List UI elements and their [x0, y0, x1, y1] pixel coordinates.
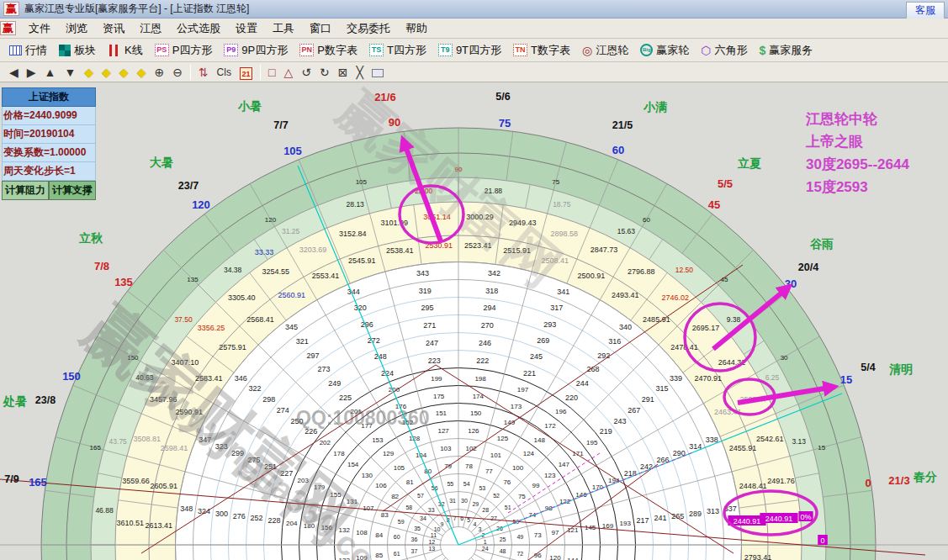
svg-text:2746.02: 2746.02	[662, 293, 690, 302]
toolbar-button-grid-0[interactable]: 行情	[3, 40, 53, 61]
svg-text:春分: 春分	[913, 470, 937, 483]
svg-text:120: 120	[265, 216, 277, 224]
delete-box-button[interactable]: ⊠	[334, 63, 352, 82]
toolbar-button-dollar-12[interactable]: $赢家服务	[753, 40, 818, 61]
svg-text:2545.91: 2545.91	[348, 256, 376, 265]
nav-right-button[interactable]: ▶	[23, 63, 40, 82]
menu-item-0[interactable]: 文件	[21, 19, 58, 38]
svg-text:12: 12	[428, 539, 435, 545]
menu-item-1[interactable]: 浏览	[58, 19, 95, 38]
menu-item-6[interactable]: 工具	[265, 19, 302, 38]
toolbar-button-candles-2[interactable]: K线	[102, 40, 149, 61]
svg-text:149: 149	[504, 419, 516, 426]
svg-text:2542.61: 2542.61	[756, 435, 784, 443]
svg-text:73: 73	[534, 531, 542, 539]
menu-item-2[interactable]: 资讯	[95, 19, 132, 38]
step-up-button[interactable]: ◆	[115, 63, 133, 82]
svg-text:269: 269	[537, 336, 549, 345]
svg-text:313: 313	[707, 507, 719, 515]
calc-support-button[interactable]: 计算支撑	[49, 181, 96, 200]
draw-triangle-button[interactable]: △	[279, 63, 297, 82]
rotate-down-button[interactable]: ▼	[60, 63, 80, 82]
svg-text:2470.91: 2470.91	[695, 374, 723, 383]
svg-text:316: 316	[608, 337, 621, 346]
svg-text:106: 106	[375, 482, 387, 489]
svg-text:196: 196	[555, 408, 567, 415]
draw-square-button[interactable]: □	[264, 63, 279, 82]
app-window: 赢 赢家江恩专业版[赢家服务平台] - [上证指数 江恩轮] 客服 赢 文件浏览…	[0, 0, 948, 560]
step-right-button[interactable]: ◆	[98, 63, 115, 82]
rotate-ccw-button[interactable]: ↺	[297, 63, 315, 82]
svg-text:219: 219	[600, 427, 612, 436]
toolbar-button-badge-5[interactable]: PNP数字表	[294, 40, 363, 61]
svg-text:265: 265	[671, 512, 684, 520]
svg-text:72: 72	[516, 551, 523, 557]
svg-text:2500.91: 2500.91	[578, 272, 606, 280]
svg-text:13: 13	[428, 546, 435, 552]
menu-item-8[interactable]: 交易委托	[339, 19, 398, 38]
menu-item-7[interactable]: 窗口	[302, 19, 339, 38]
svg-text:54: 54	[463, 481, 470, 487]
step-left-button[interactable]: ◆	[80, 63, 98, 82]
svg-text:0%: 0%	[800, 513, 811, 521]
service-tab-button[interactable]: 客服	[906, 2, 945, 19]
svg-text:126: 126	[468, 427, 479, 435]
svg-text:300: 300	[215, 510, 228, 518]
svg-text:2448.41: 2448.41	[739, 482, 767, 490]
svg-text:4: 4	[474, 521, 477, 527]
svg-text:2605.91: 2605.91	[151, 482, 178, 490]
menu-item-4[interactable]: 公式选股	[169, 19, 228, 38]
svg-text:12.50: 12.50	[675, 266, 694, 274]
calc-resistance-button[interactable]: 计算阻力	[2, 181, 49, 200]
step-down-button[interactable]: ◆	[133, 63, 151, 82]
toolbar-button-target-9[interactable]: ◎江恩轮	[576, 40, 634, 61]
svg-text:246: 246	[479, 339, 491, 347]
svg-text:0: 0	[865, 477, 871, 489]
toolbar-button-badge-4[interactable]: P99P四方形	[218, 40, 294, 61]
toolbar-button-badge-7[interactable]: T99T四方形	[432, 40, 507, 61]
svg-text:30: 30	[461, 498, 468, 504]
badge-icon: PS	[155, 44, 169, 56]
menu-item-3[interactable]: 江恩	[132, 19, 169, 38]
toolbar-button-big-10[interactable]: Big赢家轮	[634, 40, 695, 61]
svg-text:2568.41: 2568.41	[246, 315, 274, 324]
svg-text:3: 3	[478, 526, 481, 532]
calendar-button[interactable]: 21	[236, 63, 257, 82]
svg-text:124: 124	[523, 450, 535, 457]
menu-item-9[interactable]: 帮助	[398, 19, 435, 38]
badge-icon: PN	[299, 44, 314, 56]
cls-button[interactable]: Cls	[213, 63, 236, 82]
toolbar-button-badge-8[interactable]: TNT数字表	[507, 40, 576, 61]
svg-text:QQ:100800360: QQ:100800360	[296, 407, 430, 429]
toolbar-label: 9T四方形	[456, 43, 501, 58]
zoom-out-button[interactable]: ⊖	[168, 63, 187, 82]
svg-text:346: 346	[235, 374, 247, 383]
svg-text:120: 120	[192, 198, 210, 211]
toolbar-button-hex-11[interactable]: ⬡六角形	[695, 40, 753, 61]
svg-text:2440.91: 2440.91	[765, 515, 793, 523]
svg-text:294: 294	[484, 304, 496, 312]
menu-item-5[interactable]: 设置	[228, 19, 265, 38]
gann-wheel-chart-area[interactable]: 1234567891011121324252627282930313233343…	[0, 82, 948, 560]
svg-text:295: 295	[421, 304, 433, 312]
toolbar-button-badge-3[interactable]: PSP四方形	[149, 40, 219, 61]
zoom-in-button[interactable]: ⊕	[150, 63, 168, 82]
svg-text:127: 127	[437, 427, 449, 435]
svg-text:34.38: 34.38	[224, 266, 242, 274]
svg-text:83: 83	[381, 511, 389, 519]
svg-text:241: 241	[654, 514, 666, 522]
svg-text:谷雨: 谷雨	[809, 237, 834, 251]
svg-text:57: 57	[417, 493, 424, 499]
nav-left-button[interactable]: ◀	[5, 63, 23, 82]
fit-center-button[interactable]: ╳	[352, 63, 367, 82]
svg-text:172: 172	[544, 422, 556, 430]
updown-button[interactable]: ⇅	[194, 63, 213, 82]
svg-text:76: 76	[503, 478, 511, 486]
toolbar-button-blocks-1[interactable]: 板块	[53, 40, 102, 61]
screen-button[interactable]	[368, 63, 388, 82]
svg-text:317: 317	[550, 304, 563, 312]
rotate-cw-button[interactable]: ↻	[315, 63, 334, 82]
toolbar-button-badge-6[interactable]: TST四方形	[363, 40, 432, 61]
rotate-up-button[interactable]: ▲	[40, 63, 61, 82]
toolbar-label: P四方形	[172, 43, 213, 58]
